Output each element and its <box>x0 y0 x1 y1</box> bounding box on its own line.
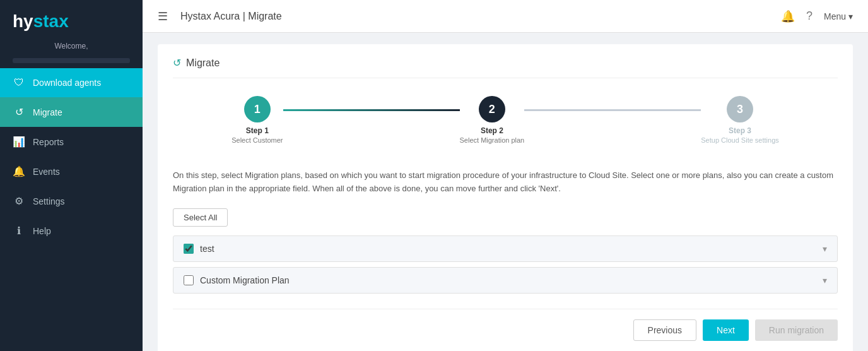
topbar-title: Hystax Acura | Migrate <box>180 11 773 22</box>
logo-stax: stax <box>33 11 69 31</box>
user-bar <box>13 58 130 63</box>
step-1-group: 1 Step 1 Select Customer <box>232 96 283 144</box>
bottom-bar: Previous Next Run migration <box>173 309 838 341</box>
sidebar-item-events[interactable]: 🔔 Events <box>0 157 143 186</box>
sidebar: hystax Welcome, 🛡 Download agents ↺ Migr… <box>0 0 143 351</box>
sliders-icon: ⚙ <box>13 195 25 207</box>
migration-plan-test-checkbox[interactable] <box>184 244 194 254</box>
help-icon[interactable]: ? <box>806 9 812 23</box>
page-card: ↺ Migrate 1 Step 1 Select Customer 2 <box>158 44 853 351</box>
migration-plan-test-header[interactable]: test ▾ <box>173 236 837 261</box>
next-button[interactable]: Next <box>703 319 749 341</box>
step-line-2 <box>524 109 701 111</box>
chevron-down-icon: ▾ <box>823 275 827 285</box>
previous-button[interactable]: Previous <box>633 319 696 341</box>
step-3-label: Step 3 <box>729 126 751 135</box>
page-header: ↺ Migrate <box>173 57 838 78</box>
step-2-sublabel: Select Migration plan <box>460 136 525 144</box>
logo-hy: hy <box>13 11 33 31</box>
chevron-down-icon: ▾ <box>848 11 853 21</box>
migration-plan-custom-checkbox[interactable] <box>184 275 194 285</box>
step-description: On this step, select Migration plans, ba… <box>173 169 838 196</box>
content-area: ↺ Migrate 1 Step 1 Select Customer 2 <box>143 33 868 351</box>
migration-plan-custom-name: Custom Migration Plan <box>200 275 816 285</box>
select-all-button[interactable]: Select All <box>173 208 228 227</box>
step-3-circle: 3 <box>727 96 753 122</box>
sidebar-label-reports: Reports <box>33 137 64 147</box>
sidebar-item-migrate[interactable]: ↺ Migrate <box>0 97 143 127</box>
migration-plan-custom-header[interactable]: Custom Migration Plan ▾ <box>173 268 837 293</box>
run-migration-button: Run migration <box>755 319 838 341</box>
step-2-label: Step 2 <box>481 126 503 135</box>
sidebar-item-help[interactable]: ℹ Help <box>0 216 143 246</box>
topbar-icons: 🔔 ? Menu ▾ <box>781 9 853 23</box>
sidebar-item-settings[interactable]: ⚙ Settings <box>0 186 143 216</box>
step-1-label: Step 1 <box>246 126 269 135</box>
migration-plan-test-name: test <box>200 244 816 254</box>
sidebar-item-download-agents[interactable]: 🛡 Download agents <box>0 68 143 97</box>
sidebar-label-download: Download agents <box>33 78 101 88</box>
chevron-down-icon: ▾ <box>823 244 827 254</box>
sidebar-label-help: Help <box>33 226 51 236</box>
logo: hystax <box>0 0 143 39</box>
migration-plan-test: test ▾ <box>173 235 838 262</box>
step-3-group: 3 Step 3 Setup Cloud Site settings <box>701 96 779 144</box>
notification-icon[interactable]: 🔔 <box>781 9 795 23</box>
sidebar-label-settings: Settings <box>33 196 65 206</box>
hamburger-icon[interactable]: ☰ <box>158 9 168 23</box>
sidebar-nav: 🛡 Download agents ↺ Migrate 📊 Reports 🔔 … <box>0 68 143 246</box>
refresh-icon: ↺ <box>13 106 25 118</box>
info-icon: ℹ <box>13 225 25 237</box>
migration-plan-custom: Custom Migration Plan ▾ <box>173 267 838 294</box>
step-1-circle: 1 <box>244 96 271 122</box>
step-2-group: 2 Step 2 Select Migration plan <box>460 96 525 144</box>
sidebar-label-migrate: Migrate <box>33 107 62 117</box>
step-line-1 <box>283 109 460 111</box>
stepper: 1 Step 1 Select Customer 2 Step 2 Select… <box>173 90 838 154</box>
welcome-text: Welcome, <box>0 39 143 58</box>
step-1-sublabel: Select Customer <box>232 136 283 144</box>
main-area: ☰ Hystax Acura | Migrate 🔔 ? Menu ▾ ↺ Mi… <box>143 0 868 351</box>
step-2-circle: 2 <box>479 96 505 122</box>
sidebar-label-events: Events <box>33 167 60 177</box>
shield-icon: 🛡 <box>13 77 25 88</box>
topbar: ☰ Hystax Acura | Migrate 🔔 ? Menu ▾ <box>143 0 868 33</box>
step-3-sublabel: Setup Cloud Site settings <box>701 136 779 144</box>
menu-button[interactable]: Menu ▾ <box>824 11 853 21</box>
bar-chart-icon: 📊 <box>13 136 25 148</box>
page-title: Migrate <box>186 57 220 69</box>
migrate-header-icon: ↺ <box>173 57 181 69</box>
bell-icon: 🔔 <box>13 165 25 177</box>
sidebar-item-reports[interactable]: 📊 Reports <box>0 127 143 157</box>
